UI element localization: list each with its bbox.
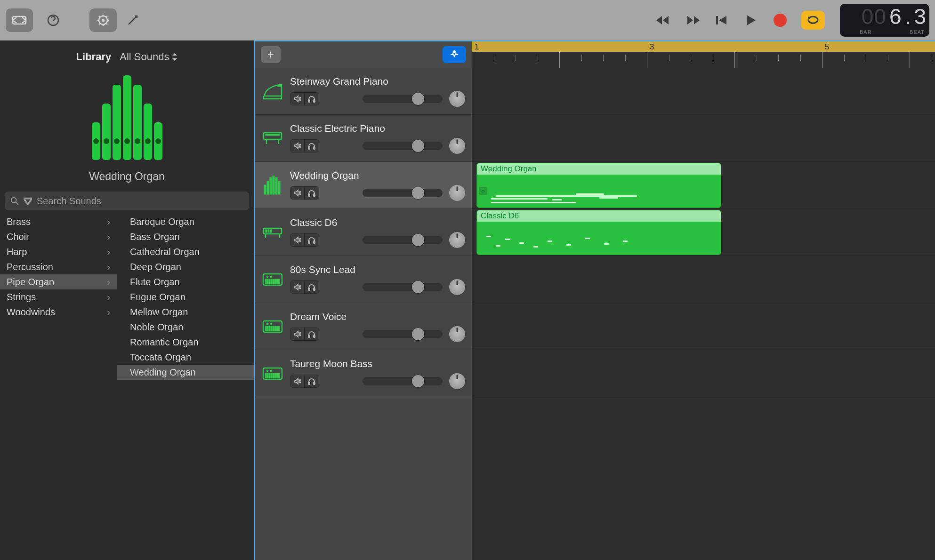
rewind-button[interactable] [655, 12, 671, 28]
headphones-icon [308, 95, 315, 103]
pan-knob[interactable] [449, 279, 465, 295]
pan-knob[interactable] [449, 185, 465, 201]
timeline-ruler[interactable]: 135 [472, 41, 935, 68]
selected-preset-name: Wedding Organ [0, 167, 254, 192]
pan-knob[interactable] [449, 138, 465, 154]
headphones-button[interactable] [305, 281, 319, 293]
track-header[interactable]: Classic D6 [255, 209, 472, 256]
category-row[interactable]: Woodwinds› [0, 304, 117, 320]
arrange-lane[interactable] [472, 68, 935, 115]
mute-icon [294, 236, 301, 244]
preset-label: Flute Organ [130, 277, 180, 288]
category-row[interactable]: Harp› [0, 244, 117, 259]
mute-button[interactable] [290, 187, 305, 199]
svg-point-87 [266, 370, 268, 372]
library-filter-dropdown[interactable]: All Sounds [120, 51, 177, 63]
volume-slider[interactable] [363, 189, 443, 197]
headphones-button[interactable] [305, 234, 319, 246]
instrument-artwork [0, 66, 254, 167]
top-toolbar: 00 6 . 3 BAR BEAT [0, 0, 935, 40]
library-panel: Library All Sounds [0, 40, 254, 560]
track-header[interactable]: Taureg Moon Bass [255, 350, 472, 397]
add-track-button[interactable]: + [261, 46, 281, 63]
search-placeholder: Search Sounds [37, 196, 101, 207]
preset-row[interactable]: Flute Organ [117, 274, 254, 289]
arrange-lane[interactable] [472, 256, 935, 303]
svg-rect-19 [144, 104, 152, 160]
svg-rect-66 [265, 326, 266, 331]
volume-slider[interactable] [363, 95, 443, 103]
volume-slider[interactable] [363, 283, 443, 291]
preset-row[interactable]: Baroque Organ [117, 214, 254, 229]
category-row[interactable]: Pipe Organ› [0, 274, 117, 289]
mute-button[interactable] [290, 140, 305, 152]
library-toggle-button[interactable] [6, 8, 33, 32]
preset-row[interactable]: Deep Organ [117, 259, 254, 274]
mute-button[interactable] [290, 281, 305, 293]
pan-knob[interactable] [449, 373, 465, 389]
volume-slider[interactable] [363, 142, 443, 150]
svg-rect-72 [276, 326, 278, 331]
smart-controls-button[interactable] [89, 8, 117, 32]
arrange-lane[interactable] [472, 303, 935, 350]
category-row[interactable]: Choir› [0, 229, 117, 244]
mute-button[interactable] [290, 93, 305, 105]
preset-row[interactable]: Mellow Organ [117, 304, 254, 320]
headphones-button[interactable] [305, 375, 319, 387]
mute-button[interactable] [290, 375, 305, 387]
arrange-area[interactable]: Wedding Organ‹›Classic D6 [472, 68, 935, 560]
search-sounds-input[interactable]: Search Sounds [5, 192, 249, 210]
category-row[interactable]: Percussion› [0, 259, 117, 274]
svg-point-62 [270, 276, 272, 278]
category-row[interactable]: Strings› [0, 289, 117, 304]
cycle-button[interactable] [801, 11, 825, 30]
mute-icon [294, 142, 301, 150]
go-to-start-button[interactable] [714, 12, 730, 28]
track-header[interactable]: Dream Voice [255, 303, 472, 350]
mute-solo-group [290, 328, 319, 341]
category-row[interactable]: Brass› [0, 214, 117, 229]
mute-solo-group [290, 139, 319, 152]
ruler-bar-number: 3 [650, 42, 654, 52]
preset-row[interactable]: Toccata Organ [117, 350, 254, 365]
midi-region[interactable]: Wedding Organ‹› [476, 163, 721, 208]
pan-knob[interactable] [449, 326, 465, 342]
loop-handle-icon[interactable]: ‹› [479, 187, 487, 195]
svg-rect-36 [308, 147, 310, 149]
record-button[interactable] [772, 12, 788, 28]
track-header[interactable]: Classic Electric Piano [255, 115, 472, 162]
track-header[interactable]: Steinway Grand Piano [255, 68, 472, 115]
headphones-button[interactable] [305, 140, 319, 152]
volume-slider[interactable] [363, 377, 443, 385]
svg-rect-80 [267, 373, 268, 378]
quick-help-button[interactable] [40, 8, 67, 32]
preset-row[interactable]: Wedding Organ [117, 365, 254, 380]
pan-knob[interactable] [449, 91, 465, 107]
arrange-lane[interactable] [472, 115, 935, 162]
mute-button[interactable] [290, 234, 305, 246]
headphones-button[interactable] [305, 328, 319, 340]
headphones-button[interactable] [305, 187, 319, 199]
volume-slider[interactable] [363, 330, 443, 338]
headphones-button[interactable] [305, 93, 319, 105]
track-header[interactable]: 80s Sync Lead [255, 256, 472, 303]
pan-knob[interactable] [449, 232, 465, 248]
play-button[interactable] [743, 12, 759, 28]
catch-playhead-button[interactable] [443, 46, 466, 63]
mute-button[interactable] [290, 328, 305, 340]
preset-row[interactable]: Romantic Organ [117, 335, 254, 350]
forward-button[interactable] [685, 12, 701, 28]
lcd-display[interactable]: 00 6 . 3 BAR BEAT [840, 4, 929, 37]
preset-row[interactable]: Fugue Organ [117, 289, 254, 304]
preset-row[interactable]: Cathedral Organ [117, 244, 254, 259]
preset-row[interactable]: Bass Organ [117, 229, 254, 244]
cycle-region[interactable] [472, 41, 935, 52]
preset-row[interactable]: Noble Organ [117, 320, 254, 335]
volume-slider[interactable] [363, 236, 443, 244]
svg-rect-57 [273, 279, 274, 284]
svg-marker-12 [172, 53, 177, 56]
arrange-lane[interactable] [472, 350, 935, 397]
editors-button[interactable] [123, 8, 142, 32]
track-header[interactable]: Wedding Organ [255, 162, 472, 209]
midi-region[interactable]: Classic D6 [476, 210, 721, 255]
